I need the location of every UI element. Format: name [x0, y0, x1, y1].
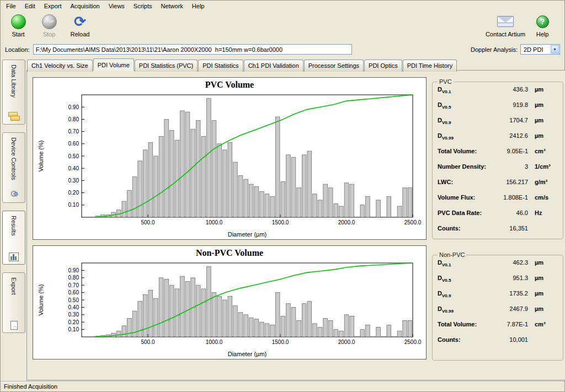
menu-item-edit[interactable]: Edit — [20, 2, 40, 10]
menu-item-file[interactable]: File — [2, 2, 20, 10]
svg-text:0.70: 0.70 — [68, 128, 79, 135]
stat-row: Total Volume:7.87E-1cm³ — [438, 321, 558, 336]
stop-button[interactable]: STOP Stop — [35, 13, 63, 37]
stat-label: DV0.99 — [438, 305, 454, 314]
stat-row: Total Volume:9.05E-1cm³ — [438, 148, 558, 163]
nonpvc-volume-chart: Non-PVC Volume 0.100.200.300.400.500.600… — [33, 245, 427, 359]
doppler-analysis-select[interactable]: 2D PDI ▼ — [520, 44, 560, 55]
tab-strip: Ch1 Velocity vs. SizePDI VolumePDI Stati… — [26, 58, 565, 71]
stat-label: Counts: — [438, 336, 461, 343]
start-button[interactable]: Start — [4, 13, 33, 37]
reload-icon: ⟳ — [74, 14, 86, 29]
sidebar-item-data-library[interactable]: Data Library — [2, 60, 25, 125]
start-icon — [11, 14, 26, 29]
svg-text:2500.0: 2500.0 — [404, 219, 422, 225]
tab-pdi-statistics-pvc[interactable]: PDI Statistics (PVC) — [135, 60, 198, 72]
stat-row: DV0.992467.9µm — [438, 305, 558, 321]
pvc-volume-chart: PVC Volume 0.100.200.300.400.500.600.700… — [33, 77, 427, 240]
tab-ch1-velocity-vs-size[interactable]: Ch1 Velocity vs. Size — [27, 60, 93, 72]
stat-label: DV0.5 — [438, 101, 451, 110]
menu-item-help[interactable]: Help — [188, 2, 209, 10]
stat-value: 436.3 — [451, 86, 530, 93]
stat-row: DV0.91704.7µm — [438, 117, 558, 132]
stat-value: 462.3 — [451, 259, 530, 266]
svg-text:0.80: 0.80 — [68, 116, 79, 122]
tab-pdi-optics[interactable]: PDI Optics — [364, 60, 402, 72]
stat-value: 1.808E-1 — [475, 194, 530, 201]
stat-label: Total Volume: — [438, 148, 477, 154]
menu-item-acquisition[interactable]: Acquisition — [66, 2, 104, 10]
sidebar-item-results[interactable]: Results — [2, 211, 25, 265]
stat-value: 46.0 — [482, 210, 530, 216]
contact-artium-button[interactable]: Contact Artium — [485, 13, 526, 37]
toolbar: Start STOP Stop ⟳ Reload Contact Artium … — [1, 11, 564, 42]
tab-processor-settings[interactable]: Processor Settings — [304, 60, 364, 72]
stat-unit: µm — [535, 275, 558, 281]
stat-value: 156.217 — [453, 179, 530, 185]
charts-column: PVC Volume 0.100.200.300.400.500.600.700… — [33, 77, 427, 375]
mail-icon — [497, 16, 514, 27]
sidebar-item-label: Export — [10, 277, 17, 295]
tab-pdi-volume[interactable]: PDI Volume — [93, 58, 134, 71]
stat-label: DV0.5 — [438, 275, 451, 283]
chevron-down-icon[interactable]: ▼ — [551, 45, 559, 53]
svg-text:Diameter (µm): Diameter (µm) — [228, 351, 267, 357]
stat-value: 9.05E-1 — [477, 148, 530, 154]
svg-text:Diameter (µm): Diameter (µm) — [228, 231, 267, 238]
svg-text:1500.0: 1500.0 — [272, 219, 289, 225]
pvc-stat-rows: DV0.1436.3µmDV0.5919.8µmDV0.91704.7µmDV0… — [438, 86, 558, 240]
location-input[interactable] — [33, 44, 352, 55]
stat-unit: µm — [535, 117, 558, 123]
contact-artium-label: Contact Artium — [485, 31, 526, 37]
start-label: Start — [4, 31, 33, 37]
stat-value: 16,351 — [461, 225, 530, 232]
stat-row: Counts:16,351 — [438, 225, 558, 240]
doppler-analysis: Doppler Analysis: 2D PDI ▼ — [471, 44, 560, 55]
svg-text:0.30: 0.30 — [68, 312, 79, 318]
pdi-volume-tab-content: PVC Volume 0.100.200.300.400.500.600.700… — [26, 70, 565, 380]
help-button[interactable]: ? Help — [528, 13, 557, 37]
menu-item-scripts[interactable]: Scripts — [129, 2, 157, 10]
stat-value: 951.3 — [451, 275, 530, 281]
svg-text:500.0: 500.0 — [141, 339, 154, 345]
stat-value: 2467.9 — [454, 305, 530, 312]
stat-row: DV0.1436.3µm — [438, 86, 558, 101]
sidebar-item-export[interactable]: Export — [2, 272, 25, 333]
svg-text:0.40: 0.40 — [68, 304, 79, 310]
svg-text:0.20: 0.20 — [68, 190, 79, 196]
svg-text:0.30: 0.30 — [68, 178, 79, 184]
stat-unit: µm — [535, 290, 558, 297]
stat-row: Volume Flux:1.808E-1cm/s — [438, 194, 558, 210]
sidebar-item-device-controls[interactable]: Device Controls — [2, 132, 25, 203]
tab-pdi-statistics[interactable]: PDI Statistics — [198, 60, 243, 72]
svg-text:0.40: 0.40 — [68, 165, 79, 171]
stop-label: Stop — [35, 31, 63, 37]
svg-text:Volume (%): Volume (%) — [38, 284, 44, 316]
location-label: Location: — [5, 46, 30, 53]
stat-value: 1704.7 — [451, 117, 530, 123]
app-window: FileEditExportAcquisitionViewsScriptsNet… — [0, 0, 565, 392]
svg-text:0.80: 0.80 — [68, 275, 79, 281]
stat-value: 919.8 — [451, 101, 530, 108]
tab-ch1-pdi-validation[interactable]: Ch1 PDI Validation — [244, 60, 303, 72]
stat-value: 3 — [486, 163, 530, 170]
pvc-chart-title: PVC Volume — [34, 79, 425, 90]
pvc-volume-plot: 0.100.200.300.400.500.600.700.800.90500.… — [34, 90, 425, 239]
side-tab-strip: Data LibraryDevice ControlsResultsExport — [2, 58, 25, 380]
tab-pdi-time-history[interactable]: PDI Time History — [403, 60, 457, 72]
menu-item-views[interactable]: Views — [104, 2, 129, 10]
stat-value: 7.87E-1 — [477, 321, 530, 327]
stat-unit: 1/cm³ — [535, 163, 558, 170]
stat-row: Number Density:31/cm³ — [438, 163, 558, 179]
menu-item-export[interactable]: Export — [40, 2, 66, 10]
stat-label: DV0.1 — [438, 86, 451, 94]
stat-label: DV0.9 — [438, 290, 451, 298]
nonpvc-volume-plot: 0.100.200.300.400.500.600.700.800.90500.… — [34, 259, 425, 359]
chart-icon — [9, 253, 19, 261]
export-icon — [10, 321, 18, 330]
reload-button[interactable]: ⟳ Reload — [66, 13, 94, 37]
pvc-stats-group: PVC DV0.1436.3µmDV0.5919.8µmDV0.91704.7µ… — [432, 78, 563, 239]
menu-item-network[interactable]: Network — [156, 2, 187, 10]
stat-label: DV0.99 — [438, 132, 454, 141]
svg-text:500.0: 500.0 — [141, 219, 154, 225]
